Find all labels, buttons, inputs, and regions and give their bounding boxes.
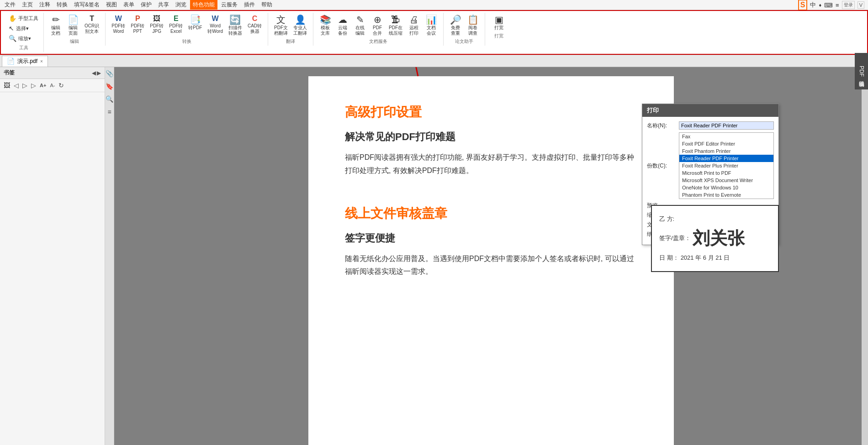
cloud-icon: ☁ [338, 15, 347, 24]
pdf-to-word-btn[interactable]: W PDF转Word [109, 14, 127, 36]
sidebar-expand-icon[interactable]: ▷ [30, 81, 37, 90]
ribbon-wrapper: ✋ 手型工具 ↖ 选择▾ 🔍 缩放▾ 工具 ✏ 编辑文档 [0, 10, 868, 55]
printer-foxit-plus[interactable]: Foxit Reader Plus Printer [679, 162, 773, 169]
print-wide-btn[interactable]: ▣ 打宽 [491, 14, 507, 32]
online-edit-btn[interactable]: ✎ 在线编辑 [352, 14, 368, 37]
survey-btn[interactable]: 📋 阅卷调查 [465, 14, 481, 37]
printer-ms-xps[interactable]: Microsoft XPS Document Writer [679, 177, 773, 184]
sidebar-prev-icon[interactable]: ◁ [13, 81, 20, 90]
free-check-btn[interactable]: 🔎 免费查重 [447, 14, 464, 37]
sidebar-font-down-icon[interactable]: A- [49, 82, 56, 89]
printer-ms-pdf[interactable]: Microsoft Print to PDF [679, 169, 773, 177]
sig-body: 随着无纸化办公应用普及。当遇到使用PDF文档中需要添加个人签名或者标识时, 可以… [345, 252, 637, 279]
print-wide-group: ▣ 打宽 打宽 [485, 13, 513, 40]
printer-foxit-phantom[interactable]: Foxit Phantom Printer [679, 147, 773, 155]
pdf-merge-btn[interactable]: ⊕ PDF合并 [369, 14, 386, 37]
sig-date-value: 2021 年 6 月 21 日 [681, 254, 730, 262]
zoom-tool-btn[interactable]: 🔍 缩放▾ [6, 34, 41, 43]
sig-party-row: 乙 方: [659, 215, 771, 223]
template-library-btn[interactable]: 📚 模板文库 [317, 14, 333, 37]
edit-page-btn[interactable]: 📄 编辑页面 [65, 14, 81, 37]
mic-icon[interactable]: ♦ [819, 2, 821, 8]
cad-converter-btn[interactable]: C CAD转换器 [245, 14, 264, 36]
content-area[interactable]: 高级打印设置 解决常见的PDF打印难题 福昕PDF阅读器拥有强大的打印功能, 界… [114, 67, 868, 445]
pdf-compress-btn[interactable]: 🗜 PDF在线压缩 [386, 14, 405, 37]
menu-share[interactable]: 共享 [155, 0, 172, 10]
sidebar-font-up-icon[interactable]: A+ [39, 82, 47, 89]
edit-doc-btn[interactable]: ✏ 编辑文档 [48, 14, 64, 37]
sogou-icon[interactable]: S [798, 0, 808, 10]
sidebar-nav-right[interactable]: ▶ [97, 70, 101, 76]
settings-icon[interactable]: ≡ [836, 2, 839, 9]
pdf-to-jpg-btn[interactable]: 🖼 PDF转JPG [148, 14, 166, 36]
word-to-word-btn[interactable]: W Word转Word [205, 14, 225, 36]
login-btn[interactable]: 登录 [842, 1, 855, 9]
keyboard-icon[interactable]: ⌨ [824, 2, 833, 9]
menu-view[interactable]: 视图 [103, 0, 120, 10]
tab-bar: 📄 演示.pdf × [0, 55, 868, 67]
ribbon: ✋ 手型工具 ↖ 选择▾ 🔍 缩放▾ 工具 ✏ 编辑文档 [0, 10, 868, 55]
menu-fillsign[interactable]: 填写&签名 [71, 0, 102, 10]
sidebar-next-icon[interactable]: ▷ [21, 81, 28, 90]
pdf-to-excel-btn[interactable]: E PDF转Excel [167, 14, 185, 36]
to-pdf-btn[interactable]: 📑 转PDF [186, 14, 204, 32]
tab-close-btn[interactable]: × [40, 59, 43, 64]
sidebar-nav: ◀ ▶ [92, 70, 101, 76]
select-tool-btn[interactable]: ↖ 选择▾ [6, 24, 41, 33]
tab-label: 演示.pdf [17, 58, 37, 65]
menu-special[interactable]: 特色功能 [190, 0, 217, 10]
doc-meeting-btn[interactable]: 📊 文档会议 [423, 14, 439, 37]
printer-foxit-reader[interactable]: Foxit Reader PDF Printer [679, 155, 773, 162]
sidebar-nav-left[interactable]: ◀ [92, 70, 96, 76]
sidebar-content[interactable] [0, 92, 105, 445]
printer-fax[interactable]: Fax [679, 133, 773, 140]
print-name-input[interactable] [679, 121, 774, 130]
menu-cloud[interactable]: 云服务 [218, 0, 240, 10]
sidebar-new-icon[interactable]: 🖼 [3, 81, 11, 90]
printer-foxit-editor[interactable]: Foxit PDF Editor Printer [679, 140, 773, 147]
icon-bar-layers[interactable]: ≡ [106, 107, 112, 116]
chinese-input-icon[interactable]: 中 [810, 1, 816, 9]
translate-doc-icon: 文 [276, 15, 286, 24]
menu-help[interactable]: 帮助 [259, 0, 275, 10]
convert-group: W PDF转Word P PDF转PPT 🖼 PDF转JPG E PDF转Exc… [106, 13, 268, 46]
translate-group: 文 PDF文档翻译 👤 专业人工翻译 翻译 [268, 13, 313, 46]
ribbon-container: 文件 主页 注释 转换 填写&签名 视图 表单 保护 共享 浏览 特色功能 云服… [0, 0, 868, 55]
template-icon: 📚 [320, 15, 331, 24]
icon-bar-bookmark[interactable]: 🔖 [105, 82, 114, 91]
menu-form[interactable]: 表单 [121, 0, 137, 10]
menu-plugin[interactable]: 插件 [241, 0, 258, 10]
scan-converter-btn[interactable]: 🔄 扫描件转换器 [226, 14, 244, 37]
printer-onenote[interactable]: OneNote for Windows 10 [679, 184, 773, 191]
pdf-to-ppt-btn[interactable]: P PDF转PPT [128, 14, 147, 36]
zoom-input[interactable]: V [857, 1, 864, 9]
edit-group-label: 编辑 [70, 38, 79, 45]
printer-phantom-evernote[interactable]: Phantom Print to Evernote [679, 191, 773, 199]
hand-tool-btn[interactable]: ✋ 手型工具 [6, 14, 41, 23]
human-translate-btn[interactable]: 👤 专业人工翻译 [291, 14, 309, 37]
icon-bar-search[interactable]: 🔍 [105, 94, 114, 104]
ocr-btn[interactable]: T OCR识别文本 [82, 14, 101, 36]
menu-home[interactable]: 主页 [19, 0, 36, 10]
sidebar-header: 书签 ◀ ▶ [0, 67, 105, 79]
pdf-editor-panel-label[interactable]: PDF编辑器 [855, 67, 868, 89]
menu-file[interactable]: 文件 [2, 0, 18, 10]
tools-group: ✋ 手型工具 ↖ 选择▾ 🔍 缩放▾ 工具 [4, 13, 44, 52]
print-name-label: 名称(N): [647, 122, 679, 130]
scrollbar[interactable] [862, 67, 868, 445]
pdf-tab[interactable]: 📄 演示.pdf × [2, 56, 48, 67]
compress-icon: 🗜 [391, 15, 400, 24]
edit-page-icon: 📄 [68, 15, 79, 24]
menu-annotate[interactable]: 注释 [37, 0, 53, 10]
sidebar: 书签 ◀ ▶ 🖼 ◁ ▷ ▷ A+ A- ↻ [0, 67, 105, 445]
sig-stamp-label: 签字/盖章： [659, 234, 691, 242]
menu-convert[interactable]: 转换 [54, 0, 70, 10]
pdf-translate-btn[interactable]: 文 PDF文档翻译 [272, 14, 290, 37]
to-pdf-icon: 📑 [190, 15, 201, 24]
cloud-backup-btn[interactable]: ☁ 云端备份 [334, 14, 351, 37]
sidebar-refresh-icon[interactable]: ↻ [58, 81, 65, 90]
remote-print-btn[interactable]: 🖨 远程打印 [406, 14, 422, 37]
icon-bar-page[interactable]: 📎 [105, 69, 114, 78]
menu-protect[interactable]: 保护 [138, 0, 154, 10]
menu-browse[interactable]: 浏览 [173, 0, 189, 10]
